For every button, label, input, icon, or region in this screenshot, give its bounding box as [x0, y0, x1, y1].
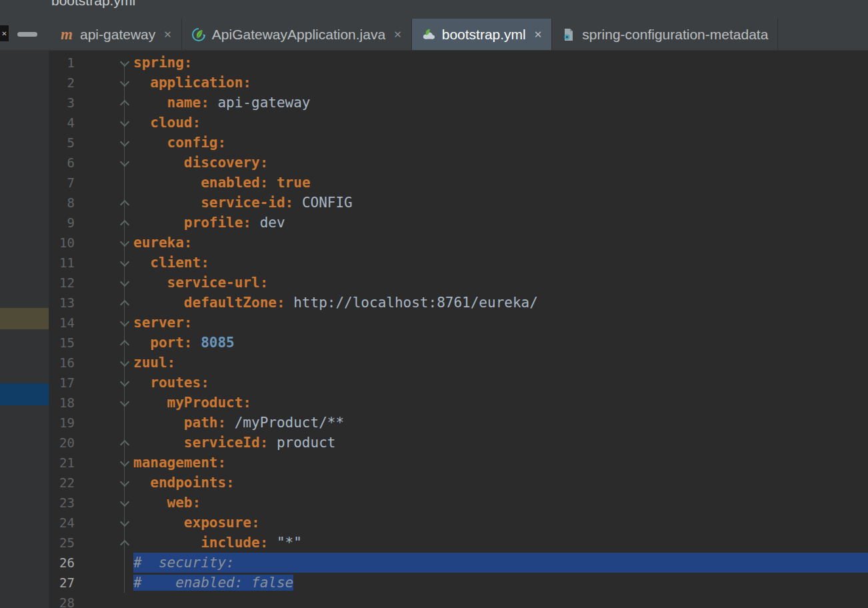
editor-line[interactable]: 19 path: /myProduct/** — [49, 413, 868, 433]
code-text[interactable]: discovery: — [133, 153, 868, 173]
fold-gutter[interactable] — [87, 73, 133, 93]
editor-line[interactable]: 14server: — [49, 313, 868, 333]
editor-line[interactable]: 12 service-url: — [49, 273, 868, 293]
fold-collapse-icon[interactable] — [120, 357, 129, 367]
editor-tab-api-gateway[interactable]: mapi-gateway✕ — [50, 19, 182, 50]
editor-tab-apigatewayapplication-java[interactable]: ApiGatewayApplication.java✕ — [182, 19, 412, 50]
editor-tab-bootstrap-yml[interactable]: bootstrap.yml✕ — [412, 19, 553, 50]
code-text[interactable]: zuul: — [133, 353, 868, 373]
fold-end-icon[interactable] — [120, 200, 129, 209]
fold-collapse-icon[interactable] — [120, 77, 129, 87]
fold-gutter[interactable] — [87, 113, 133, 133]
editor-line[interactable]: 23 web: — [49, 493, 868, 513]
fold-gutter[interactable] — [87, 313, 133, 333]
close-icon[interactable]: ✕ — [163, 29, 172, 41]
code-text[interactable]: serviceId: product — [133, 433, 868, 453]
fold-gutter[interactable] — [87, 333, 133, 353]
code-text[interactable]: eureka: — [133, 233, 868, 253]
editor-line[interactable]: 7 enabled: true — [49, 173, 868, 193]
editor-line[interactable]: 18 myProduct: — [49, 393, 868, 413]
project-panel-selected-row[interactable] — [0, 383, 49, 405]
project-panel-hover-row[interactable] — [0, 308, 49, 329]
fold-gutter[interactable] — [87, 233, 133, 253]
editor[interactable]: 1spring:2 application:3 name: api-gatewa… — [49, 51, 868, 608]
fold-gutter[interactable] — [87, 373, 133, 393]
code-text[interactable]: path: /myProduct/** — [133, 413, 868, 433]
editor-tab-spring-configuration-metadata[interactable]: spring-configuration-metadata — [552, 19, 778, 50]
code-text[interactable]: # security: — [133, 553, 868, 573]
fold-gutter[interactable] — [87, 473, 133, 493]
code-text[interactable]: application: — [133, 73, 868, 93]
editor-line[interactable]: 6 discovery: — [49, 153, 868, 173]
editor-line[interactable]: 8 service-id: CONFIG — [49, 193, 868, 213]
hide-panel-icon[interactable] — [17, 32, 37, 37]
fold-collapse-icon[interactable] — [120, 257, 129, 267]
fold-end-icon[interactable] — [120, 540, 129, 549]
editor-line[interactable]: 25 include: "*" — [49, 533, 868, 553]
editor-line[interactable]: 20 serviceId: product — [49, 433, 868, 453]
code-text[interactable]: service-id: CONFIG — [133, 193, 868, 213]
fold-collapse-icon[interactable] — [120, 477, 129, 487]
code-text[interactable]: endpoints: — [133, 473, 868, 493]
fold-collapse-icon[interactable] — [120, 277, 129, 287]
code-text[interactable]: include: "*" — [133, 533, 868, 553]
fold-gutter[interactable] — [87, 253, 133, 273]
editor-line[interactable]: 28 — [49, 593, 868, 608]
editor-line[interactable]: 16zuul: — [49, 353, 868, 373]
code-text[interactable]: management: — [133, 453, 868, 473]
editor-line[interactable]: 27# enabled: false — [49, 573, 868, 593]
editor-line[interactable]: 3 name: api-gateway — [49, 93, 868, 113]
code-text[interactable]: client: — [133, 253, 868, 273]
fold-gutter[interactable] — [87, 153, 133, 173]
fold-end-icon[interactable] — [120, 300, 129, 309]
fold-gutter[interactable] — [87, 513, 133, 533]
editor-line[interactable]: 5 config: — [49, 133, 868, 153]
close-icon[interactable]: ✕ — [534, 29, 543, 41]
fold-collapse-icon[interactable] — [120, 117, 129, 127]
code-text[interactable]: service-url: — [133, 273, 868, 293]
editor-line[interactable]: 26# security: — [49, 553, 868, 573]
editor-line[interactable]: 13 defaultZone: http://localhost:8761/eu… — [49, 293, 868, 313]
editor-line[interactable]: 10eureka: — [49, 233, 868, 253]
code-text[interactable]: web: — [133, 493, 868, 513]
fold-gutter[interactable] — [87, 453, 133, 473]
code-text[interactable] — [133, 593, 868, 608]
editor-line[interactable]: 9 profile: dev — [49, 213, 868, 233]
fold-collapse-icon[interactable] — [120, 497, 129, 507]
fold-gutter[interactable] — [87, 393, 133, 413]
editor-line[interactable]: 11 client: — [49, 253, 868, 273]
code-text[interactable]: routes: — [133, 373, 868, 393]
editor-line[interactable]: 4 cloud: — [49, 113, 868, 133]
fold-gutter[interactable] — [87, 353, 133, 373]
code-text[interactable]: name: api-gateway — [133, 93, 868, 113]
fold-end-icon[interactable] — [120, 100, 129, 109]
code-text[interactable]: profile: dev — [133, 213, 868, 233]
code-text[interactable]: spring: — [133, 53, 868, 73]
fold-gutter[interactable] — [87, 133, 133, 153]
code-text[interactable]: defaultZone: http://localhost:8761/eurek… — [133, 293, 868, 313]
code-text[interactable]: enabled: true — [133, 173, 868, 193]
fold-gutter[interactable] — [87, 193, 133, 213]
fold-end-icon[interactable] — [120, 220, 129, 229]
fold-collapse-icon[interactable] — [120, 457, 129, 467]
code-text[interactable]: myProduct: — [133, 393, 868, 413]
code-text[interactable]: exposure: — [133, 513, 868, 533]
fold-gutter[interactable] — [87, 273, 133, 293]
fold-collapse-icon[interactable] — [120, 517, 129, 527]
fold-gutter[interactable] — [87, 53, 133, 73]
fold-collapse-icon[interactable] — [120, 57, 129, 67]
code-text[interactable]: config: — [133, 133, 868, 153]
fold-gutter[interactable] — [87, 93, 133, 113]
editor-line[interactable]: 24 exposure: — [49, 513, 868, 533]
code-text[interactable]: # enabled: false — [133, 573, 868, 593]
code-text[interactable]: port: 8085 — [133, 333, 868, 353]
fold-collapse-icon[interactable] — [120, 137, 129, 147]
fold-collapse-icon[interactable] — [120, 237, 129, 247]
editor-line[interactable]: 2 application: — [49, 73, 868, 93]
editor-line[interactable]: 21management: — [49, 453, 868, 473]
fold-collapse-icon[interactable] — [120, 377, 129, 387]
editor-line[interactable]: 22 endpoints: — [49, 473, 868, 493]
fold-collapse-icon[interactable] — [120, 317, 129, 327]
fold-end-icon[interactable] — [120, 340, 129, 349]
editor-line[interactable]: 17 routes: — [49, 373, 868, 393]
